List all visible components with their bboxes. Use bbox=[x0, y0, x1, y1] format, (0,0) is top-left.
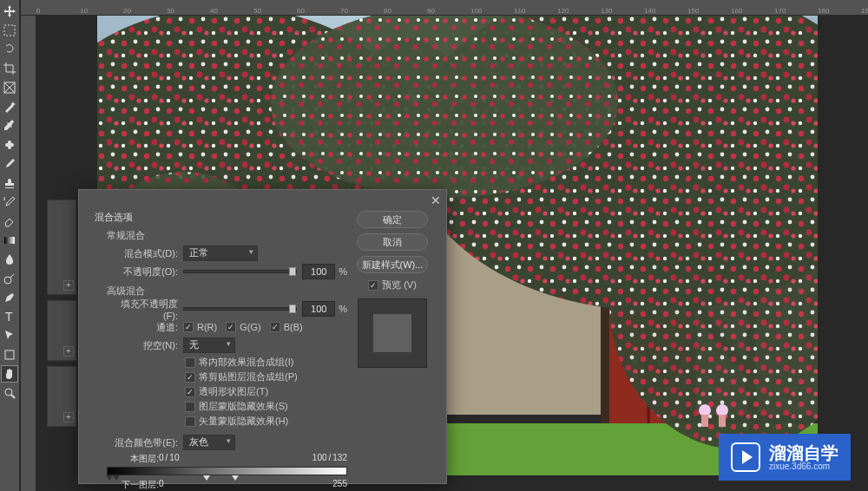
type-tool[interactable]: T bbox=[1, 308, 18, 325]
collapsed-panel-stack: + + + bbox=[47, 200, 76, 427]
adv-opt-0-label: 将内部效果混合成组(I) bbox=[199, 356, 293, 369]
blend-mode-select[interactable]: 正常 bbox=[183, 245, 258, 261]
heal-tool[interactable] bbox=[1, 136, 18, 154]
wand-tool[interactable] bbox=[1, 98, 18, 115]
hand-tool[interactable] bbox=[1, 365, 18, 383]
this-v1: 10 bbox=[169, 453, 179, 465]
layer-style-dialog: ✕ 混合选项 常规混合 混合模式(D): 正常 不透明度(O): 100 % 高… bbox=[78, 189, 447, 484]
this-layer-label: 本图层: bbox=[107, 453, 159, 465]
add-icon[interactable]: + bbox=[63, 280, 74, 291]
new-style-button[interactable]: 新建样式(W)... bbox=[357, 256, 428, 273]
fill-opacity-slider[interactable] bbox=[183, 307, 297, 311]
adv-opt-2-label: 透明形状图层(T) bbox=[199, 385, 268, 398]
svg-rect-9 bbox=[5, 350, 14, 359]
channel-g-checkbox[interactable] bbox=[226, 322, 236, 332]
channel-b-label: B(B) bbox=[284, 322, 303, 332]
cancel-button[interactable]: 取消 bbox=[357, 233, 428, 251]
svg-text:T: T bbox=[5, 310, 13, 324]
adv-opt-3-checkbox[interactable] bbox=[185, 402, 195, 412]
under-v2: 255 bbox=[332, 479, 347, 491]
blend-mode-label: 混合模式(D): bbox=[107, 247, 183, 260]
adv-opt-1-label: 将剪贴图层混合成组(P) bbox=[199, 370, 298, 383]
add-icon[interactable]: + bbox=[63, 346, 74, 357]
under-layer-label: 下一图层: bbox=[107, 479, 159, 491]
channel-b-checkbox[interactable] bbox=[270, 322, 280, 332]
pen-tool[interactable] bbox=[1, 289, 18, 306]
svg-rect-38 bbox=[701, 415, 708, 427]
svg-point-37 bbox=[699, 404, 711, 416]
crop-tool[interactable] bbox=[1, 60, 18, 77]
svg-rect-40 bbox=[719, 415, 726, 427]
this-v2: 100 bbox=[312, 453, 327, 465]
this-v0: 0 bbox=[159, 453, 164, 465]
opacity-value[interactable]: 100 bbox=[302, 264, 335, 279]
close-icon[interactable]: ✕ bbox=[431, 193, 441, 207]
watermark-title: 溜溜自学 bbox=[769, 444, 838, 462]
fill-opacity-value[interactable]: 100 bbox=[302, 301, 335, 317]
blendif-select[interactable]: 灰色 bbox=[183, 435, 235, 450]
svg-rect-5 bbox=[8, 141, 11, 149]
this-v3: 132 bbox=[332, 453, 347, 465]
collapsed-panel[interactable]: + bbox=[47, 300, 76, 361]
pct-label: % bbox=[339, 266, 347, 277]
preview-swatch bbox=[358, 298, 427, 368]
ruler-vertical bbox=[21, 16, 36, 491]
frame-tool[interactable] bbox=[1, 79, 18, 96]
channel-r-label: R(R) bbox=[197, 322, 217, 332]
adv-opt-2-checkbox[interactable] bbox=[185, 387, 195, 397]
ruler-horizontal: 0102030405060708090100110120130140150160… bbox=[21, 0, 868, 16]
collapsed-panel[interactable]: + bbox=[47, 200, 76, 295]
collapsed-panel[interactable]: + bbox=[47, 366, 76, 427]
lasso-tool[interactable] bbox=[1, 41, 18, 58]
gradient-tool[interactable] bbox=[1, 232, 18, 249]
dialog-title: 混合选项 bbox=[95, 211, 347, 224]
pct-label: % bbox=[339, 304, 347, 314]
add-icon[interactable]: + bbox=[63, 412, 74, 422]
brush-tool[interactable] bbox=[1, 155, 18, 173]
preview-checkbox[interactable] bbox=[368, 280, 378, 291]
adv-opt-4-label: 矢量蒙版隐藏效果(H) bbox=[199, 415, 288, 428]
toolbox: T bbox=[0, 0, 20, 491]
channel-r-checkbox[interactable] bbox=[183, 322, 194, 332]
zoom-tool[interactable] bbox=[1, 384, 18, 402]
play-icon bbox=[731, 442, 760, 472]
dodge-tool[interactable] bbox=[1, 270, 18, 287]
watermark: 溜溜自学 zixue.3d66.com bbox=[719, 434, 851, 481]
svg-rect-6 bbox=[4, 237, 15, 244]
advanced-blend-label: 高级混合 bbox=[107, 285, 347, 298]
fill-opacity-label: 填充不透明度(F): bbox=[107, 298, 183, 321]
channel-g-label: G(G) bbox=[240, 322, 260, 332]
blendif-label: 混合颜色带(E): bbox=[107, 436, 183, 449]
eyedropper-tool[interactable] bbox=[1, 117, 18, 134]
general-blend-label: 常规混合 bbox=[107, 229, 347, 242]
svg-point-34 bbox=[271, 16, 618, 198]
adv-opt-4-checkbox[interactable] bbox=[185, 416, 195, 427]
svg-rect-0 bbox=[4, 25, 15, 36]
svg-point-39 bbox=[716, 404, 728, 416]
channels-label: 通道: bbox=[107, 321, 183, 334]
this-layer-gradient[interactable] bbox=[107, 467, 347, 475]
svg-point-7 bbox=[4, 277, 11, 284]
path-select-tool[interactable] bbox=[1, 327, 18, 344]
history-brush-tool[interactable] bbox=[1, 193, 18, 211]
knockout-select[interactable]: 无 bbox=[183, 337, 235, 353]
watermark-sub: zixue.3d66.com bbox=[769, 462, 838, 471]
adv-opt-3-label: 图层蒙版隐藏效果(S) bbox=[199, 400, 288, 413]
blur-tool[interactable] bbox=[1, 251, 18, 268]
svg-line-11 bbox=[11, 395, 15, 398]
eraser-tool[interactable] bbox=[1, 213, 18, 230]
ok-button[interactable]: 确定 bbox=[357, 211, 428, 228]
adv-opt-0-checkbox[interactable] bbox=[185, 357, 195, 368]
marquee-tool[interactable] bbox=[1, 22, 18, 39]
opacity-slider[interactable] bbox=[183, 270, 297, 273]
preview-label: 预览 (V) bbox=[382, 278, 417, 291]
svg-point-10 bbox=[5, 389, 12, 396]
opacity-label: 不透明度(O): bbox=[107, 265, 183, 278]
move-tool[interactable] bbox=[1, 3, 18, 20]
shape-tool[interactable] bbox=[1, 346, 18, 363]
adv-opt-1-checkbox[interactable] bbox=[185, 372, 195, 383]
stamp-tool[interactable] bbox=[1, 174, 18, 192]
knockout-label: 挖空(N): bbox=[107, 339, 183, 352]
